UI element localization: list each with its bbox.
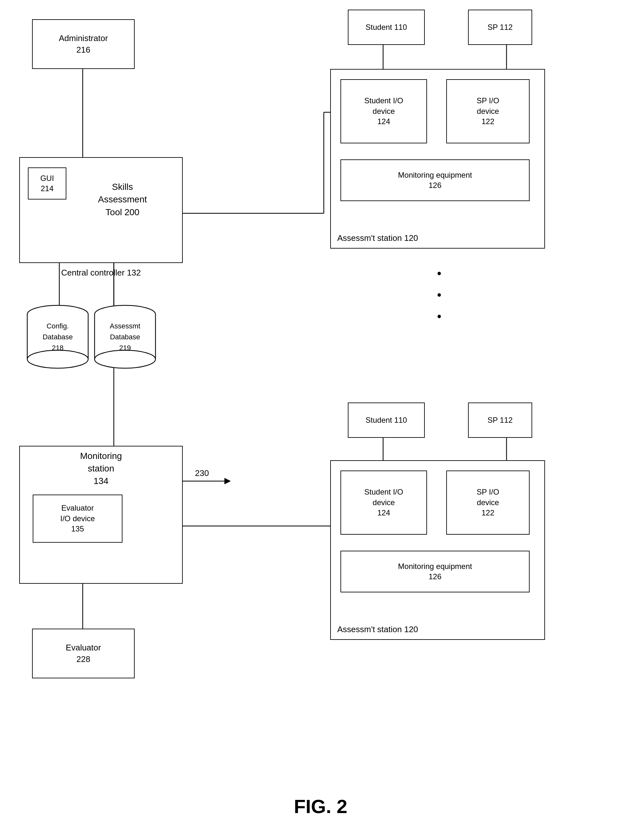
assessmt-station-bottom-box: Student I/O device 124 SP I/O device 122… — [330, 460, 545, 640]
gui-label: GUI 214 — [40, 173, 54, 194]
evaluator-label: Evaluator 228 — [66, 642, 101, 665]
student-bottom-box: Student 110 — [348, 403, 425, 438]
administrator-label: Administrator 216 — [59, 33, 108, 55]
sp-io-bottom-box: SP I/O device 122 — [446, 471, 530, 535]
diagram: Administrator 216 GUI 214 Skills Assessm… — [0, 0, 637, 840]
sp-bottom-box: SP 112 — [468, 403, 532, 438]
ellipsis-dots: • • • — [426, 263, 452, 327]
evaluator-io-box: Evaluator I/O device 135 — [33, 494, 123, 543]
arrow-230-label: 230 — [189, 468, 215, 478]
assessmt-db: Assessmt Database 219 — [93, 305, 157, 369]
central-controller-label: Central controller 132 — [19, 268, 183, 278]
svg-marker-8 — [224, 478, 231, 484]
evaluator-box: Evaluator 228 — [32, 628, 135, 678]
student-io-top-box: Student I/O device 124 — [341, 79, 427, 144]
gui-box: GUI 214 — [28, 167, 66, 199]
assessmt-db-label: Assessmt Database 219 — [106, 317, 143, 356]
assessmt-station-top-box: Student I/O device 124 SP I/O device 122… — [330, 69, 545, 249]
administrator-box: Administrator 216 — [32, 19, 135, 69]
sp-top-box: SP 112 — [468, 9, 532, 45]
student-top-box: Student 110 — [348, 9, 425, 45]
student-io-bottom-box: Student I/O device 124 — [341, 471, 427, 535]
assessmt-station-top-label: Assessm't station 120 — [331, 233, 544, 243]
config-db-label: Config. Database 218 — [39, 317, 76, 356]
monitoring-station-box: Monitoring station 134 Evaluator I/O dev… — [19, 446, 183, 584]
figure-label: FIG. 2 — [224, 796, 417, 818]
sp-io-top-box: SP I/O device 122 — [446, 79, 530, 144]
evaluator-io-label: Evaluator I/O device 135 — [60, 503, 95, 534]
monitoring-station-text: Monitoring station 134 — [20, 450, 182, 488]
skills-tool-label: Skills Assessment Tool 200 — [71, 167, 174, 232]
monitoring-equip-top-box: Monitoring equipment 126 — [341, 159, 530, 201]
central-controller-box: GUI 214 Skills Assessment Tool 200 — [19, 157, 183, 263]
config-db: Config. Database 218 — [26, 305, 90, 369]
assessmt-station-bottom-label: Assessm't station 120 — [331, 624, 544, 635]
monitoring-equip-bottom-box: Monitoring equipment 126 — [341, 551, 530, 592]
